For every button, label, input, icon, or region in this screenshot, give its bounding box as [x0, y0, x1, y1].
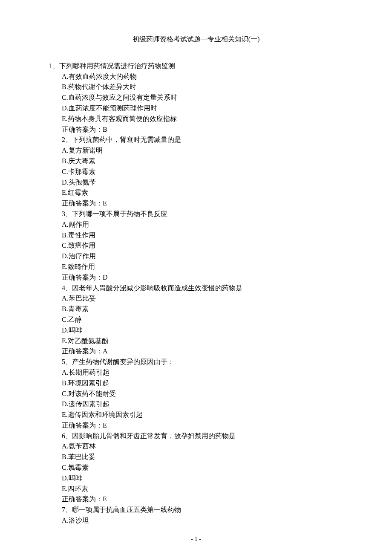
question-text: 1、下列哪种用药情况需进行治疗药物监测 — [49, 61, 343, 72]
question-text: 2、下列抗菌药中，肾衰时无需减量的是 — [62, 135, 343, 145]
question-text: 3、下列哪一项不属于药物不良反应 — [62, 209, 343, 220]
answer-option: E.遗传因素和环境因素引起 — [62, 410, 343, 420]
answer-option: C.氯霉素 — [62, 462, 343, 473]
answer-option: A.氨苄西林 — [62, 441, 343, 452]
question-text: 6、因影响胎儿骨骼和牙齿正常发育，故孕妇禁用的药物是 — [62, 431, 343, 442]
correct-answer: 正确答案为：D — [62, 272, 343, 283]
answer-option: C.血药浓度与效应之间没有定量关系时 — [62, 92, 343, 103]
answer-option: A.复方新诺明 — [62, 145, 343, 156]
question-text: 4、因老年人胃酸分泌减少影响吸收而造成生效变慢的药物是 — [62, 283, 343, 294]
answer-option: E.四环素 — [62, 484, 343, 494]
document-content: 1、下列哪种用药情况需进行治疗药物监测A.有效血药浓度大的药物B.药物代谢个体差… — [49, 61, 343, 526]
answer-option: D.头孢氨苄 — [62, 177, 343, 188]
question-text: 5、产生药物代谢酶变异的原因由于： — [62, 357, 343, 367]
correct-answer: 正确答案为：E — [62, 198, 343, 209]
answer-option: B.环境因素引起 — [62, 378, 343, 389]
answer-option: A.有效血药浓度大的药物 — [62, 72, 343, 82]
answer-option: E.对乙酰氨基酚 — [62, 336, 343, 347]
answer-option: D.吗啡 — [62, 325, 343, 336]
correct-answer: 正确答案为：E — [62, 420, 343, 431]
answer-option: E.致畸作用 — [62, 262, 343, 272]
answer-option: C.卡那霉素 — [62, 167, 343, 177]
answer-option: D.吗啡 — [62, 473, 343, 484]
answer-option: B.青霉素 — [62, 304, 343, 315]
answer-option: C.乙醇 — [62, 315, 343, 325]
answer-option: A.苯巴比妥 — [62, 293, 343, 304]
answer-option: B.药物代谢个体差异大时 — [62, 82, 343, 92]
answer-option: A.长期用药引起 — [62, 367, 343, 378]
answer-option: A.副作用 — [62, 220, 343, 230]
document-title: 初级药师资格考试试题—专业相关知识(一) — [49, 34, 343, 45]
answer-option: A.洛沙坦 — [62, 515, 343, 526]
answer-option: C.对该药不能耐受 — [62, 389, 343, 399]
answer-option: B.毒性作用 — [62, 230, 343, 241]
answer-option: B.苯巴比妥 — [62, 452, 343, 462]
correct-answer: 正确答案为：B — [62, 124, 343, 135]
answer-option: D.治疗作用 — [62, 251, 343, 262]
page-number: - 1 - — [49, 535, 343, 544]
question-text: 7、哪一项属于抗高血压五类第一线药物 — [62, 505, 343, 515]
correct-answer: 正确答案为：E — [62, 494, 343, 505]
answer-option: C.致癌作用 — [62, 240, 343, 251]
answer-option: B.庆大霉素 — [62, 156, 343, 167]
answer-option: D.遗传因素引起 — [62, 399, 343, 410]
answer-option: E.药物本身具有客观而简便的效应指标 — [62, 114, 343, 124]
answer-option: D.血药浓度不能预测药理作用时 — [62, 103, 343, 114]
answer-option: E.红霉素 — [62, 188, 343, 198]
correct-answer: 正确答案为：A — [62, 346, 343, 357]
